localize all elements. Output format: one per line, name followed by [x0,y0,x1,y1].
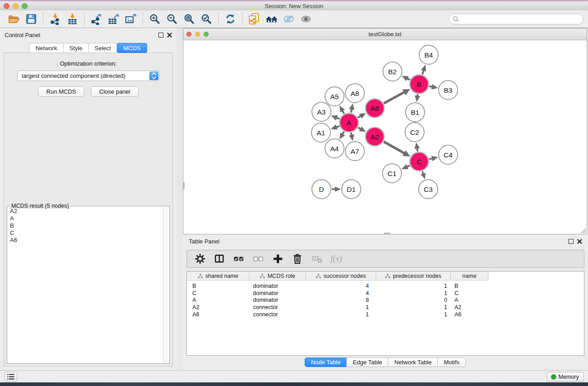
tab-mcds[interactable]: MCDS [117,43,147,53]
tab-style[interactable]: Style [63,43,89,53]
vertical-scrollbar[interactable] [183,182,185,189]
edge-C-C2[interactable] [417,148,417,151]
close-table-panel-icon[interactable] [577,239,582,244]
graph-node-a3[interactable]: A3 [312,102,331,121]
show-panel-icon[interactable] [297,12,315,26]
network-close-button[interactable] [186,32,191,37]
graph-node-b4[interactable]: B4 [419,45,438,64]
import-network-icon[interactable] [47,12,64,26]
graph-node-a4[interactable]: A4 [325,139,344,158]
graph-node-a8[interactable]: A8 [345,84,364,103]
close-panel-icon[interactable] [167,33,172,38]
graph-node-a6[interactable]: A6 [366,99,384,118]
tab-motifs[interactable]: Motifs [437,357,466,367]
tab-network[interactable]: Network [29,43,63,53]
result-item-a2[interactable]: A2 [9,208,163,215]
zoom-out-icon[interactable] [163,12,181,26]
graph-node-c4[interactable]: C4 [439,145,458,164]
tab-node-table[interactable]: Node Table [305,357,347,367]
network-zoom-button[interactable] [204,32,209,37]
new-network-icon[interactable] [246,12,263,26]
graph-node-b[interactable]: B [410,75,429,94]
show-columns-icon[interactable] [213,253,226,265]
column-header-predecessor-nodes[interactable]: predecessor nodes [376,272,451,280]
graph-node-c1[interactable]: C1 [382,164,402,183]
save-session-icon[interactable] [23,12,40,26]
zoom-in-icon[interactable] [146,12,163,26]
table-settings-icon[interactable] [194,253,206,265]
graph-node-a1[interactable]: A1 [311,123,330,142]
edge-C-C4[interactable] [429,158,432,159]
home-icon[interactable] [263,12,280,26]
edge-B-B3[interactable] [429,86,432,86]
float-table-panel-icon[interactable] [569,239,574,244]
hide-panel-icon[interactable] [280,12,297,26]
edge-A-A3[interactable] [336,118,339,119]
export-network-icon[interactable] [88,12,105,26]
table-row-a2[interactable]: A2connector11A2 [187,304,584,311]
edge-A-A5[interactable] [342,110,344,114]
float-panel-icon[interactable] [158,33,163,38]
criterion-select[interactable]: largest connected component (directed) [17,71,159,81]
tab-select[interactable]: Select [88,43,117,53]
table-row-a[interactable]: Adominator80A [187,296,584,304]
zoom-selected-icon[interactable] [198,12,215,26]
graph-node-a7[interactable]: A7 [345,142,364,161]
task-history-button[interactable] [5,372,17,381]
network-minimize-button[interactable] [195,32,200,37]
close-panel-button[interactable]: Close panel [91,86,139,97]
edge-A-A2[interactable] [358,128,361,129]
column-header-mcds-role[interactable]: MCDS role [249,272,306,280]
edge-A-A6[interactable] [358,116,361,118]
column-header-shared-name[interactable]: shared name [187,272,249,280]
graph-node-a2[interactable]: A2 [366,128,384,146]
column-header-successor-nodes[interactable]: successor nodes [306,272,376,280]
network-canvas[interactable]: B4B2BB3A8A5A6A3B1AA1C2A2A4A7C4CC1C3DD1 [183,41,587,234]
edge-C-C1[interactable] [407,166,410,167]
minimize-window-button[interactable] [13,3,19,9]
graph-node-c3[interactable]: C3 [419,180,438,199]
delete-table-icon[interactable] [311,253,323,265]
horizontal-scrollbar[interactable] [384,233,390,234]
result-item-a[interactable]: A [9,215,163,222]
result-item-a6[interactable]: A6 [9,237,163,244]
graph-node-b2[interactable]: B2 [383,62,402,81]
table-row-a6[interactable]: A6connector11A6 [187,311,584,318]
table-row-b[interactable]: Bdominator41B [187,282,584,290]
graph-node-d1[interactable]: D1 [342,180,361,199]
open-session-icon[interactable] [5,12,23,26]
edge-B-B4[interactable] [422,70,424,75]
deselect-all-icon[interactable] [252,253,265,265]
graph-node-c2[interactable]: C2 [405,123,424,142]
tab-network-table[interactable]: Network Table [388,357,438,367]
add-column-icon[interactable] [272,253,284,265]
result-item-c[interactable]: C [9,229,163,237]
column-header-name[interactable]: name [451,272,488,280]
result-item-b[interactable]: B [9,222,163,229]
edge-A-A8[interactable] [351,109,352,113]
edge-B-B2[interactable] [407,78,410,80]
delete-column-icon[interactable] [291,253,304,265]
zoom-fit-icon[interactable] [181,12,198,26]
edge-A2-C[interactable] [384,142,405,153]
graph-node-c[interactable]: C [410,152,429,171]
zoom-window-button[interactable] [22,3,28,9]
function-builder-icon[interactable]: f(x) [330,253,343,265]
graph-node-b1[interactable]: B1 [406,103,425,122]
refresh-icon[interactable] [222,12,239,26]
close-window-button[interactable] [4,3,10,9]
memory-button[interactable]: Memory [547,372,584,381]
graph-node-d[interactable]: D [312,180,331,199]
result-scrollbar[interactable] [163,207,169,363]
edge-A-A4[interactable] [343,132,344,134]
import-table-icon[interactable] [64,12,81,26]
graph-node-b3[interactable]: B3 [439,81,458,100]
graph-node-a5[interactable]: A5 [325,87,344,106]
resize-grip-icon[interactable] [580,227,586,234]
table-row-c[interactable]: Cdominator41C [187,290,584,297]
tab-edge-table[interactable]: Edge Table [346,357,388,367]
export-table-icon[interactable] [105,12,122,26]
edge-A-A1[interactable] [336,126,339,128]
run-mcds-button[interactable]: Run MCDS [38,86,84,97]
graph-node-a[interactable]: A [340,114,359,132]
